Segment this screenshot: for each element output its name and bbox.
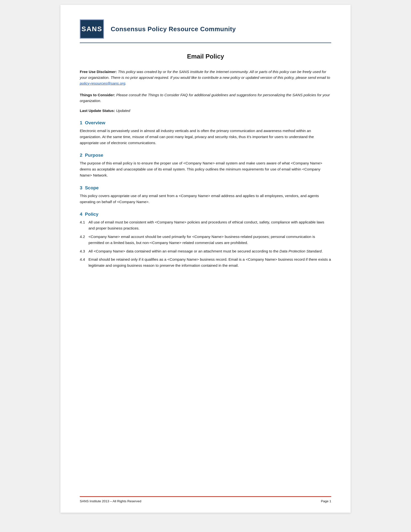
last-update-value: Updated [116,109,130,113]
policy-item-4-4: 4.4 Email should be retained only if it … [80,256,331,269]
disclaimer-text: This policy was created by or for the SA… [80,70,330,85]
policy-item-text: All use of email must be consistent with… [88,219,331,231]
page-title: Email Policy [80,53,331,60]
last-update-block: Last Update Status: Updated [80,109,331,113]
logo-text: SANS [82,25,102,33]
header: SANS Consensus Policy Resource Community [80,19,331,43]
policy-item-num: 4.2 [80,234,88,246]
disclaimer-block: Free Use Disclaimer: This policy was cre… [80,69,331,86]
policy-item-4-2: 4.2 <Company Name> email account should … [80,234,331,246]
page-container: SANS Consensus Policy Resource Community… [60,5,351,513]
policy-item-4-3: 4.3 All <Company Name> data contained wi… [80,248,331,254]
section-4-heading: 4 Policy [80,212,331,217]
things-block: Things to Consider: Please consult the T… [80,92,331,104]
section-3-body: This policy covers appropriate use of an… [80,193,331,205]
policy-item-num: 4.1 [80,219,88,231]
section-1-body: Electronic email is pervasively used in … [80,128,331,146]
things-text: Please consult the Things to Consider FA… [80,93,330,103]
section-2-heading: 2 Purpose [80,152,331,158]
policy-item-num: 4.3 [80,248,88,254]
policy-item-num: 4.4 [80,256,88,269]
policy-item-text: Email should be retained only if it qual… [88,256,331,269]
things-label: Things to Consider: [80,93,115,97]
policy-item-4-1: 4.1 All use of email must be consistent … [80,219,331,231]
logo: SANS [80,19,104,39]
section-2-body: The purpose of this email policy is to e… [80,160,331,178]
footer-right: Page 1 [321,499,331,503]
section-3-heading: 3 Scope [80,185,331,190]
policy-list: 4.1 All use of email must be consistent … [80,219,331,269]
disclaimer-link[interactable]: policy-resources@sans.org [80,81,125,85]
last-update-label: Last Update Status: [80,109,115,113]
policy-item-text: All <Company Name> data contained within… [88,248,331,254]
header-title: Consensus Policy Resource Community [111,25,236,33]
disclaimer-label: Free Use Disclaimer: [80,70,117,74]
policy-item-text: <Company Name> email account should be u… [88,234,331,246]
footer-left: SANS Institute 2013 – All Rights Reserve… [80,499,141,503]
section-1-heading: 1 Overview [80,120,331,125]
footer: SANS Institute 2013 – All Rights Reserve… [80,496,331,503]
